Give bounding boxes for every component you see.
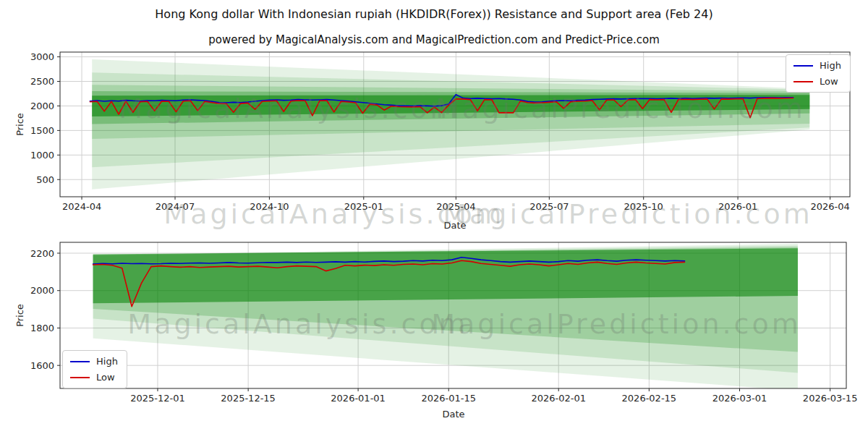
svg-text:2026-02-15: 2026-02-15 [622,393,677,404]
svg-text:2200: 2200 [30,248,54,259]
legend-item-high: High [70,356,118,367]
x-axis-label-bottom: Date [442,409,464,420]
svg-text:2025-12-01: 2025-12-01 [130,393,185,404]
svg-text:2026-02-01: 2026-02-01 [531,393,586,404]
svg-text:2000: 2000 [30,285,54,296]
bottom-chart-canvas: 2025-12-012025-12-152026-01-012026-01-15… [0,0,868,434]
svg-text:2026-01-01: 2026-01-01 [331,393,386,404]
legend-item-high: High [793,60,841,71]
legend-item-low: Low [70,372,118,383]
figure: Hong Kong dollar With Indonesian rupiah … [0,0,868,434]
svg-text:2026-03-15: 2026-03-15 [803,393,858,404]
legend-item-low: Low [793,76,841,87]
legend-label-high: High [820,60,841,71]
high-line-swatch [793,65,813,67]
support-resistance-band [93,248,798,303]
svg-text:1800: 1800 [30,323,54,333]
x-axis-label-top: Date [443,220,466,231]
svg-text:2025-12-15: 2025-12-15 [221,393,276,404]
y-axis-label-top: Price [14,113,25,136]
legend-label-high: High [96,356,118,367]
svg-text:2026-01-15: 2026-01-15 [421,393,476,404]
legend-bottom-chart: High Low [62,350,127,388]
legend-top-chart: High Low [786,54,851,93]
svg-text:1600: 1600 [30,360,54,371]
svg-text:2026-03-01: 2026-03-01 [712,393,767,404]
legend-label-low: Low [96,372,115,383]
plot-area-content [93,244,798,391]
low-line-swatch [70,377,90,378]
legend-label-low: Low [820,76,838,87]
low-line-swatch [793,81,813,82]
high-line-swatch [70,361,90,362]
y-axis-label-bottom: Price [14,304,25,327]
